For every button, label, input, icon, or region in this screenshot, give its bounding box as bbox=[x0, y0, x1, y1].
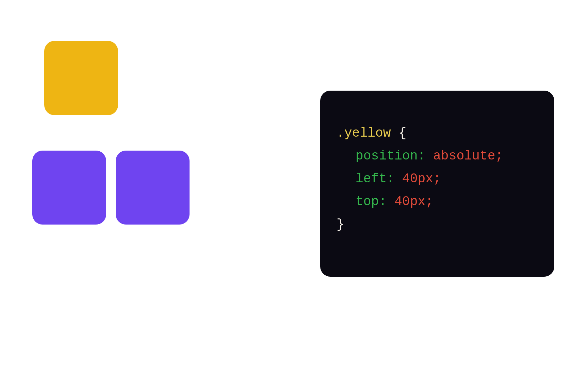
css-selector: .yellow bbox=[337, 126, 391, 140]
code-line-left: left: 40px; bbox=[337, 168, 538, 190]
css-prop-left: left: bbox=[356, 171, 394, 186]
code-snippet-panel: .yellow { position: absolute; left: 40px… bbox=[320, 91, 554, 277]
css-val-left: 40px; bbox=[394, 171, 441, 186]
css-prop-top: top: bbox=[356, 194, 387, 209]
close-brace: } bbox=[337, 217, 344, 232]
code-line-top: top: 40px; bbox=[337, 190, 538, 213]
purple-box-left bbox=[32, 151, 106, 225]
code-line-close: } bbox=[337, 213, 538, 236]
yellow-box bbox=[44, 41, 118, 115]
css-val-position: absolute; bbox=[425, 149, 503, 163]
code-line-position: position: absolute; bbox=[337, 145, 538, 168]
css-val-top: 40px; bbox=[387, 194, 433, 209]
css-prop-position: position: bbox=[356, 149, 425, 163]
purple-box-right bbox=[116, 151, 190, 225]
open-brace: { bbox=[391, 126, 407, 140]
visual-canvas bbox=[31, 41, 201, 225]
code-line-selector: .yellow { bbox=[337, 122, 538, 145]
